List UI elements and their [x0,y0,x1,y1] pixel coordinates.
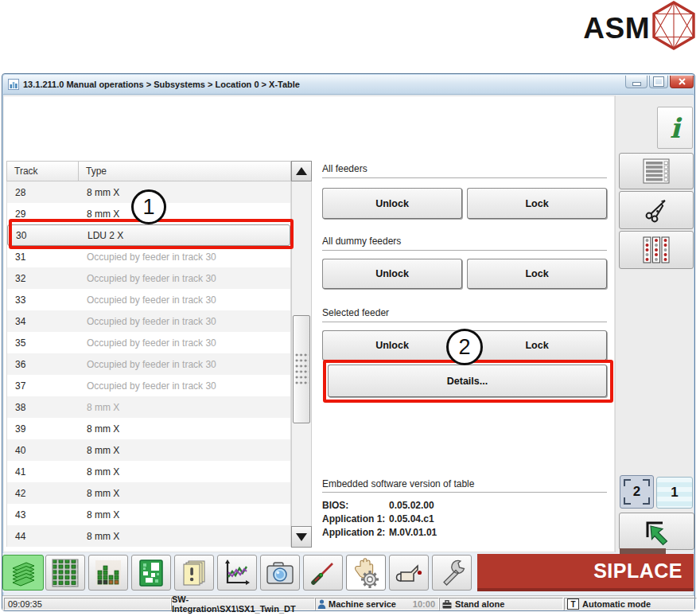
type-cell: 8 mm X [80,187,119,198]
return-arrow-icon [640,517,674,547]
toolbar-maintenance-button[interactable] [389,555,429,591]
lock-label: Lock [525,268,548,279]
table-row[interactable]: 398 mm X [7,418,290,439]
table-row[interactable]: 36Occupied by feeder in track 30 [7,353,290,375]
software-version-divider [322,492,607,493]
lock-label: Lock [525,340,548,351]
toolbar-camera-button[interactable] [260,555,300,591]
track-cell: 34 [7,316,80,327]
track-cell: 29 [7,209,80,220]
track-cell: 40 [7,445,80,456]
text-mode-icon: T [567,598,579,610]
oil-can-icon [394,559,424,587]
error-pages-icon [180,559,208,587]
all-feeders-unlock-button[interactable]: Unlock [322,188,462,219]
asm-logo: ASM [574,10,650,48]
up-arrow-icon [295,166,308,176]
feeder-dots-icon [641,236,671,264]
clock-text: 09:09:35 [5,599,42,609]
type-column-header[interactable]: Type [78,161,291,181]
software-version-label: Embedded software version of table [322,478,474,489]
track-cell: 33 [7,294,80,306]
countdown-text: 10:00 [413,599,435,609]
scroll-down-button[interactable] [291,526,312,548]
toolbar-error-list-button[interactable] [174,555,214,591]
toolbar-pcb-button[interactable] [131,555,171,591]
return-button[interactable] [619,513,694,550]
cut-tape-tab[interactable] [619,191,694,229]
table-row[interactable]: 32Occupied by feeder in track 30 [7,267,290,289]
minimize-button[interactable] [625,76,648,88]
step1-number: 1 [142,195,154,220]
track-column-label: Track [14,166,38,177]
table-row[interactable]: 34Occupied by feeder in track 30 [7,310,290,332]
scissors-icon [644,197,669,223]
toolbar-component-grid-button[interactable] [45,555,85,591]
track-cell: 41 [7,466,80,478]
table-row[interactable]: 428 mm X [7,482,290,504]
restore-icon [654,77,663,86]
table-row[interactable]: 37Occupied by feeder in track 30 [7,375,290,396]
type-column-label: Type [86,166,107,177]
focus-frame [620,476,653,508]
type-cell: 8 mm X [80,488,119,499]
page-1-button[interactable]: 1 [656,477,693,509]
all-dummy-feeders-lock-button[interactable]: Lock [467,259,607,289]
type-cell: 8 mm X [80,445,119,456]
station-mode-text: Stand alone [455,599,504,609]
table-row[interactable]: 31Occupied by feeder in track 30 [7,246,290,267]
lock-label: Lock [525,198,548,209]
close-button[interactable] [670,76,694,88]
table-row[interactable]: 35Occupied by feeder in track 30 [7,332,290,353]
all-dummy-feeders-divider [322,250,607,251]
toolbar-boards-stack-button[interactable] [2,555,44,591]
table-row[interactable]: 388 mm X [7,396,290,418]
feeder-status-tab[interactable] [619,231,694,269]
track-cell: 35 [7,337,80,349]
track-cell: 43 [7,509,80,520]
table-row[interactable]: 448 mm X [7,525,290,547]
page-1-label: 1 [671,485,678,501]
toolbar-screwdriver-button[interactable] [303,555,343,591]
track-cell: 37 [7,380,80,392]
toolbar-statistics-button[interactable] [88,555,128,591]
scroll-thumb[interactable] [293,315,310,423]
toolbar-trend-chart-button[interactable] [217,555,257,591]
operating-mode-text: Automatic mode [582,599,651,609]
track-column-header[interactable]: Track [6,161,79,181]
info-button[interactable]: i [657,107,693,149]
all-feeders-lock-button[interactable]: Lock [467,188,607,219]
unlock-label: Unlock [375,340,409,351]
annotation-circle-step1: 1 [131,189,166,224]
type-cell: 8 mm X [80,509,119,520]
scroll-up-button[interactable] [291,161,312,181]
siplace-brand-text: SIPLACE [593,559,682,583]
close-icon [679,78,686,85]
scroll-track[interactable] [291,181,312,526]
version-value: 0.05.02.00 [389,500,434,511]
thumb-grip-dots [295,353,309,385]
toolbar-service-button[interactable] [432,555,472,591]
title-bar[interactable]: 13.1.211.0 Manual operations > Subsystem… [3,75,694,95]
table-row[interactable]: 418 mm X [7,461,290,482]
version-name: Application 2: [322,527,389,538]
restore-button[interactable] [649,76,668,88]
component-grid-icon [52,559,79,587]
selected-feeder-unlock-button[interactable]: Unlock [322,330,462,361]
trend-chart-icon [223,559,251,587]
version-value: 0.05.04.c1 [389,513,434,524]
asm-logo-text: ASM [583,12,650,45]
version-row: Application 1: 0.05.04.c1 [322,513,434,524]
version-name: Application 1: [322,513,389,524]
table-row[interactable]: 438 mm X [7,504,290,525]
selected-feeder-lock-button[interactable]: Lock [467,330,607,361]
screwdriver-icon [309,559,336,587]
page-2-button[interactable]: 2 [620,475,654,509]
window-icon [8,79,19,90]
table-row[interactable]: 33Occupied by feeder in track 30 [7,289,290,310]
status-time-segment: 09:09:35 [4,598,171,610]
all-dummy-feeders-unlock-button[interactable]: Unlock [322,259,462,289]
toolbar-manual-operations-button[interactable] [346,555,386,591]
table-row[interactable]: 408 mm X [7,439,290,461]
feeder-list-tab[interactable] [619,153,694,189]
